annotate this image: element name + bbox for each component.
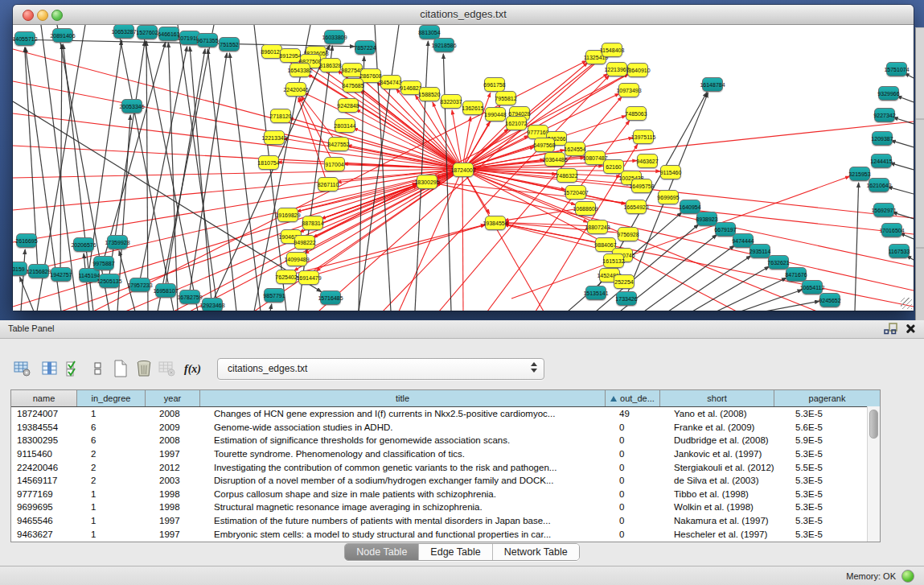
network-edge[interactable] <box>13 81 462 169</box>
network-edge[interactable] <box>13 169 462 274</box>
network-edge[interactable] <box>462 169 463 311</box>
network-edge[interactable] <box>855 183 859 311</box>
column-header-year[interactable]: year <box>146 390 200 406</box>
network-node[interactable]: 12213967 <box>606 62 627 76</box>
network-node[interactable]: 16914479 <box>298 270 319 285</box>
network-node[interactable]: 18300295 <box>417 175 437 189</box>
network-node[interactable]: 19384554 <box>485 216 506 230</box>
network-node[interactable]: 20891406 <box>52 28 73 43</box>
column-header-short[interactable]: short <box>660 390 774 406</box>
network-edge[interactable] <box>692 266 770 311</box>
network-edge[interactable] <box>270 304 272 311</box>
network-node[interactable]: 16033809 <box>324 30 345 44</box>
network-node[interactable]: 8427552 <box>328 137 349 151</box>
network-node[interactable]: 1810754 <box>258 155 279 170</box>
network-edge[interactable] <box>21 249 25 311</box>
network-node[interactable]: 8322037 <box>441 94 462 109</box>
table-row[interactable]: 2242004622012Investigating the contribut… <box>11 460 880 474</box>
table-row[interactable]: 969969511998Structural magnetic resonanc… <box>11 501 880 514</box>
network-node[interactable]: 12156829 <box>28 264 49 278</box>
function-icon[interactable]: f(x) <box>180 356 206 381</box>
network-node[interactable]: 8878314 <box>302 216 323 230</box>
network-node[interactable]: 9245652 <box>819 293 840 307</box>
close-panel-icon[interactable] <box>906 323 916 334</box>
network-node[interactable]: 17359928 <box>107 235 128 249</box>
network-node[interactable]: 15692971 <box>873 203 894 217</box>
network-node[interactable]: 9115460 <box>660 165 681 179</box>
network-node[interactable]: 10688609 <box>575 201 596 216</box>
network-node[interactable]: 12213343 <box>264 130 285 145</box>
network-node[interactable]: 7486322 <box>556 168 577 183</box>
network-node[interactable]: 6497568 <box>534 138 555 152</box>
network-node[interactable]: 16958107 <box>155 283 176 298</box>
tab-edge-table[interactable]: Edge Table <box>419 544 492 560</box>
select-rows-check-icon[interactable] <box>60 356 86 381</box>
network-node[interactable]: 10654112 <box>802 280 823 295</box>
network-node[interactable]: 1244415 <box>871 154 892 168</box>
network-node[interactable]: 7625402 <box>276 270 297 284</box>
network-node[interactable]: 1942757 <box>51 267 72 282</box>
network-node[interactable]: 12505135 <box>99 274 120 288</box>
network-node[interactable]: 15720407 <box>565 185 586 200</box>
network-node[interactable]: 8186328 <box>320 58 341 72</box>
network-node[interactable]: 1615132 <box>603 253 624 268</box>
network-edge[interactable] <box>462 169 914 266</box>
column-header-title[interactable]: title <box>200 390 606 406</box>
table-row[interactable]: 911546021997Tourette syndrome. Phenomeno… <box>11 447 880 461</box>
network-node[interactable]: 18724007 <box>453 163 474 177</box>
network-edge[interactable] <box>504 224 914 307</box>
network-node[interactable]: 1621072 <box>506 116 527 130</box>
network-node[interactable]: 20206576 <box>73 237 94 252</box>
network-node[interactable]: 7955812 <box>495 91 516 105</box>
network-node[interactable]: 9975887 <box>93 256 114 270</box>
network-node[interactable]: 17016504 <box>881 223 902 237</box>
network-node[interactable]: 917004 <box>324 157 345 171</box>
network-node[interactable]: 8475685 <box>343 78 363 93</box>
network-edge[interactable] <box>229 53 261 311</box>
network-node[interactable]: 8267110 <box>318 177 339 192</box>
network-node[interactable]: 1588520 <box>419 87 440 101</box>
network-node[interactable]: 1362615 <box>462 101 483 115</box>
network-node[interactable]: 2616695 <box>16 233 37 248</box>
network-node[interactable]: 1209387 <box>872 131 893 146</box>
network-node[interactable]: 18640910 <box>627 63 648 77</box>
network-node[interactable]: 8912954 <box>280 48 301 63</box>
column-header-pagerank[interactable]: pagerank <box>774 390 880 406</box>
vertical-scrollbar[interactable] <box>867 406 880 542</box>
network-node[interactable]: 1527602 <box>137 25 158 39</box>
table-row[interactable]: 946362711997Embryonic stem cells: a mode… <box>11 527 880 541</box>
network-edge[interactable] <box>174 74 628 311</box>
network-node[interactable]: 20364486 <box>544 152 565 167</box>
network-node[interactable]: 9329966 <box>878 86 899 101</box>
network-node[interactable]: 10973493 <box>618 83 639 97</box>
network-node[interactable]: 19218586 <box>433 38 454 52</box>
network-node[interactable]: 15751074 <box>886 62 907 76</box>
new-document-icon[interactable] <box>108 356 133 381</box>
network-node[interactable]: 9857791 <box>264 288 285 303</box>
network-node[interactable]: 7485063 <box>626 106 647 121</box>
column-header-indegree[interactable]: in_degree <box>77 390 146 406</box>
network-edge[interactable] <box>890 140 914 147</box>
network-edge[interactable] <box>443 54 451 311</box>
network-node[interactable]: 9227342 <box>874 108 895 122</box>
network-node[interactable]: 751552 <box>219 37 240 51</box>
table-row[interactable]: 1872400712008Changes of HCN gene express… <box>11 407 880 421</box>
network-node[interactable]: 7632621 <box>768 255 789 270</box>
network-edge[interactable] <box>717 278 786 311</box>
network-node[interactable]: 18807243 <box>587 220 608 234</box>
table-row[interactable]: 946554611997Estimation of the future num… <box>11 514 880 528</box>
network-node[interactable]: 252254 <box>614 274 634 289</box>
network-edge[interactable] <box>158 25 214 311</box>
network-node[interactable]: 15135141 <box>585 286 606 300</box>
network-node[interactable]: 7857224 <box>355 40 376 55</box>
network-node[interactable]: 16210643 <box>869 178 889 192</box>
table-row[interactable]: 977716911998Corpus callosum shape and si… <box>11 488 880 501</box>
tab-node-table[interactable]: Node Table <box>345 544 419 560</box>
network-node[interactable]: 6961758 <box>484 77 505 92</box>
network-node[interactable]: 2718120 <box>270 109 291 123</box>
network-node[interactable]: 20053346 <box>121 99 142 113</box>
network-node[interactable]: 8938923 <box>696 212 717 226</box>
network-edge[interactable] <box>892 212 914 219</box>
table-selector-dropdown[interactable]: citations_edges.txt <box>217 358 544 380</box>
network-node[interactable]: 16782759 <box>179 290 200 304</box>
